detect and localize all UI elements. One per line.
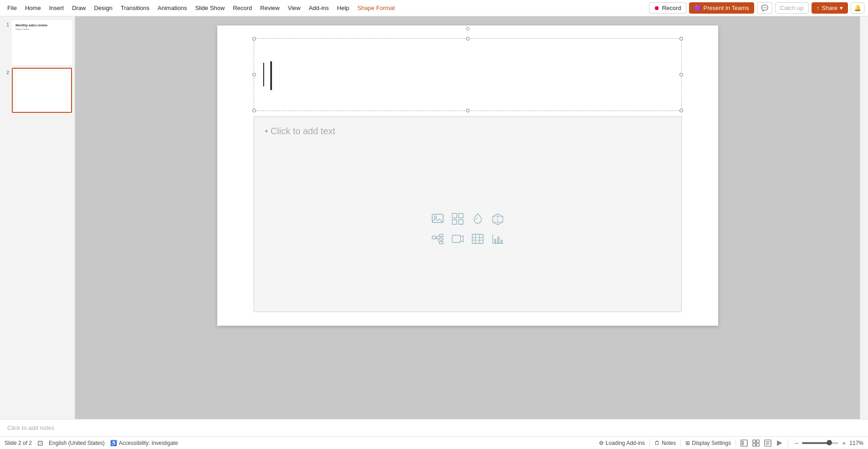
present-label: Present in Teams [704, 5, 749, 11]
svg-rect-14 [500, 240, 503, 243]
menu-transitions[interactable]: Transitions [117, 3, 153, 13]
insert-3d-models-icon[interactable] [489, 210, 506, 227]
comment-icon: 💬 [761, 5, 768, 11]
svg-rect-7 [439, 234, 443, 237]
handle-bottom-right[interactable] [679, 109, 683, 112]
svg-rect-18 [756, 440, 759, 443]
share-button[interactable]: ↑ Share ▾ [812, 2, 848, 14]
display-settings-button[interactable]: ⊞ Display Settings [685, 440, 731, 446]
right-scrollbar[interactable] [860, 16, 868, 419]
view-normal-icon[interactable]: ⊡ [37, 439, 43, 447]
handle-middle-left[interactable] [252, 73, 256, 76]
slide-thumb-1-sub: Sales team ... [15, 28, 68, 30]
svg-rect-3 [459, 213, 463, 218]
status-divider-1 [649, 439, 650, 447]
slide-canvas: │ • Click to add text [217, 25, 718, 326]
content-placeholder[interactable]: • Click to add text [254, 116, 682, 312]
svg-rect-11 [472, 234, 483, 243]
canvas-area[interactable]: │ • Click to add text [75, 16, 860, 419]
svg-rect-19 [753, 444, 756, 446]
handle-bottom-left[interactable] [252, 109, 256, 112]
slide-info: Slide 2 of 2 [5, 440, 32, 446]
zoom-slider[interactable] [802, 442, 838, 444]
svg-rect-12 [494, 239, 496, 243]
share-icon: ↑ [817, 5, 820, 11]
toolbar-right: ⏺ Record 🟣 Present in Teams 💬 Catch up ↑… [649, 2, 864, 14]
insert-picture-icon[interactable] [429, 210, 446, 227]
slide-thumb-1[interactable]: Monthly sales review Sales team ... [12, 20, 72, 65]
svg-rect-16 [742, 441, 744, 445]
record-icon: ⏺ [654, 5, 660, 11]
svg-rect-10 [452, 235, 460, 242]
menu-record[interactable]: Record [229, 3, 255, 13]
loading-icon: ⚙ [599, 440, 604, 446]
insert-video-icon[interactable] [449, 230, 466, 247]
menu-review[interactable]: Review [256, 3, 283, 13]
svg-rect-0 [432, 214, 443, 222]
notes-toggle[interactable]: 🗒 Notes [654, 440, 676, 446]
zoom-out-button[interactable]: − [793, 439, 800, 447]
language-indicator[interactable]: English (United States) [49, 440, 105, 446]
main-area: 1 Monthly sales review Sales team ... 2 [0, 16, 868, 419]
loading-label: Loading Add-ins [606, 440, 645, 446]
handle-bottom-center[interactable] [466, 109, 470, 112]
view-reading-button[interactable] [764, 439, 771, 447]
zoom-level-label[interactable]: 117% [849, 440, 863, 446]
zoom-slider-thumb[interactable] [827, 440, 832, 445]
svg-rect-13 [497, 237, 500, 243]
slide-item-1[interactable]: 1 Monthly sales review Sales team ... [3, 20, 72, 65]
menu-draw[interactable]: Draw [68, 3, 89, 13]
notes-placeholder-text: Click to add notes [7, 424, 54, 431]
view-normal-button[interactable] [740, 439, 748, 447]
accessibility-label: Accessibility: Investigate [119, 440, 178, 446]
catchup-label: Catch up [780, 5, 804, 11]
accessibility-icon: ♿ [110, 440, 117, 446]
svg-rect-20 [756, 444, 759, 446]
svg-marker-22 [777, 440, 782, 446]
insert-smartart-icon[interactable] [429, 230, 446, 247]
notes-area[interactable]: Click to add notes [0, 419, 868, 436]
menu-slideshow[interactable]: Slide Show [191, 3, 228, 13]
view-slideshow-button[interactable] [776, 439, 783, 447]
zoom-in-button[interactable]: + [840, 439, 848, 447]
menu-shapeformat[interactable]: Shape Format [354, 3, 398, 13]
svg-rect-8 [439, 238, 443, 240]
handle-top-left[interactable] [252, 37, 256, 40]
menu-insert[interactable]: Insert [46, 3, 68, 13]
teams-icon: 🟣 [694, 5, 701, 11]
more-options-button[interactable]: 🔔 [851, 2, 864, 14]
menu-help[interactable]: Help [333, 3, 353, 13]
status-bar: Slide 2 of 2 ⊡ English (United States) ♿… [0, 436, 868, 449]
handle-top-center[interactable] [466, 37, 470, 40]
menu-view[interactable]: View [284, 3, 304, 13]
insert-chart-icon[interactable] [489, 230, 506, 247]
status-divider-2 [680, 439, 681, 447]
record-button[interactable]: ⏺ Record [649, 2, 686, 14]
menu-file[interactable]: File [4, 3, 20, 13]
status-divider-3 [735, 439, 736, 447]
svg-rect-5 [459, 220, 463, 224]
menu-animations[interactable]: Animations [154, 3, 190, 13]
comment-button[interactable]: 💬 [757, 2, 772, 14]
menu-home[interactable]: Home [21, 3, 45, 13]
accessibility-status[interactable]: ♿ Accessibility: Investigate [110, 440, 178, 446]
rotate-handle[interactable] [466, 27, 470, 30]
catchup-button[interactable]: Catch up [775, 2, 809, 14]
insert-icons-icon[interactable] [469, 210, 486, 227]
handle-middle-right[interactable] [679, 73, 683, 76]
more-icon: 🔔 [854, 5, 861, 11]
menu-design[interactable]: Design [91, 3, 116, 13]
handle-top-right[interactable] [679, 37, 683, 40]
insert-stock-images-icon[interactable] [449, 210, 466, 227]
slide-item-2[interactable]: 2 [3, 68, 72, 113]
menu-bar: File Home Insert Draw Design Transitions… [0, 0, 868, 16]
view-slide-sorter-button[interactable] [752, 439, 760, 447]
display-icon: ⊞ [685, 440, 690, 446]
menu-addins[interactable]: Add-ins [305, 3, 332, 13]
svg-rect-4 [452, 220, 457, 224]
slide-thumb-2[interactable] [12, 68, 72, 113]
insert-table-icon[interactable] [469, 230, 486, 247]
slides-panel: 1 Monthly sales review Sales team ... 2 [0, 16, 75, 419]
title-textbox[interactable]: │ [254, 38, 682, 111]
present-teams-button[interactable]: 🟣 Present in Teams [689, 2, 754, 14]
